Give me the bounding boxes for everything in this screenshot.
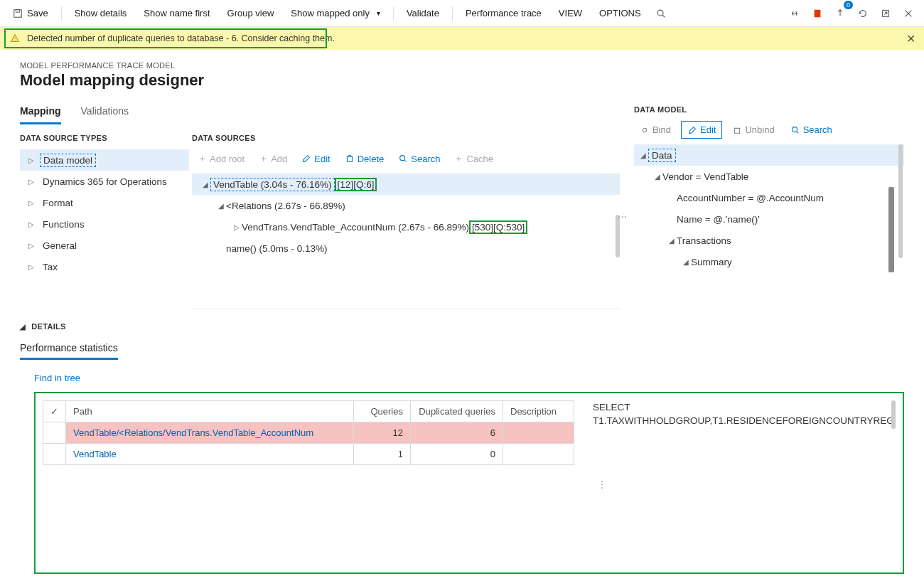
show-name-first-label: Show name first <box>144 8 210 18</box>
caret-icon: ▷ <box>28 263 40 271</box>
dm-row-accountnum[interactable]: AccountNumber = @.AccountNum <box>634 187 904 208</box>
ds-type-label: Format <box>40 196 76 210</box>
search-icon <box>398 154 408 164</box>
scrollbar[interactable] <box>898 144 903 258</box>
svg-rect-15 <box>735 128 740 133</box>
options-label: OPTIONS <box>599 8 641 18</box>
find-in-tree-link[interactable]: Find in tree <box>34 373 80 383</box>
tree-row-vendtrans[interactable]: ▷ VendTrans.VendTable_AccountNum (2.67s … <box>192 216 620 238</box>
tab-performance-statistics[interactable]: Performance statistics <box>20 339 118 360</box>
col-desc[interactable]: Description <box>503 401 574 422</box>
page-title: Model mapping designer <box>20 71 904 90</box>
unbind-button[interactable]: Unbind <box>726 122 780 138</box>
caret-down-icon: ◢ <box>20 323 26 331</box>
search-button[interactable] <box>651 4 671 23</box>
ds-type-general[interactable]: ▷General <box>20 235 189 256</box>
cell-path[interactable]: VendTable/<Relations/VendTrans.VendTable… <box>66 422 354 444</box>
tree-row-relations[interactable]: ◢ <Relations (2.67s - 66.89%) <box>192 195 620 216</box>
data-sources-label: DATA SOURCES <box>192 134 620 142</box>
ds-type-tax[interactable]: ▷Tax <box>20 256 189 277</box>
dm-row-data[interactable]: ◢Data <box>634 144 904 166</box>
notifications-button[interactable]: 0 <box>830 4 850 23</box>
tree-text: VendTrans.VendTable_AccountNum (2.67s - … <box>242 222 469 233</box>
caret-down-icon: ◢ <box>652 173 662 181</box>
link-button[interactable] <box>785 4 805 23</box>
ds-type-data-model[interactable]: ▷Data model <box>20 149 189 171</box>
col-dup[interactable]: Duplicated queries <box>411 401 503 422</box>
tree-row-name[interactable]: name() (5.0ms - 0.13%) <box>192 238 620 259</box>
table-row[interactable]: VendTable/<Relations/VendTrans.VendTable… <box>43 422 574 444</box>
save-button[interactable]: Save <box>6 5 55 21</box>
ds-type-functions[interactable]: ▷Functions <box>20 213 189 235</box>
query-count-highlight: [12][Q:6] <box>335 178 377 191</box>
delete-button[interactable]: Delete <box>339 149 390 168</box>
dm-row-summary[interactable]: ◢Summary <box>634 251 904 272</box>
plus-icon: ＋ <box>198 152 207 165</box>
show-name-first-button[interactable]: Show name first <box>136 5 217 21</box>
refresh-button[interactable] <box>853 4 873 23</box>
warning-close-button[interactable]: ✕ <box>906 32 915 46</box>
dm-text: Data <box>648 149 676 162</box>
office-icon <box>812 9 822 18</box>
table-row[interactable]: VendTable 1 0 <box>43 444 574 465</box>
pencil-icon <box>301 154 311 164</box>
tab-validations[interactable]: Validations <box>81 102 129 124</box>
delete-label: Delete <box>358 154 385 164</box>
svg-point-13 <box>400 156 405 161</box>
show-mapped-only-button[interactable]: Show mapped only▾ <box>284 5 387 21</box>
query-count-highlight: [530][Q:530] <box>469 220 527 234</box>
dm-row-transactions[interactable]: ◢Transactions <box>634 230 904 251</box>
caret-down-icon: ◢ <box>667 237 677 245</box>
svg-point-2 <box>657 10 663 16</box>
data-model-toolbar: Bind Edit Unbind Search <box>634 121 904 139</box>
cell-desc <box>503 444 574 465</box>
cell-path[interactable]: VendTable <box>66 444 354 465</box>
link-icon <box>640 125 650 135</box>
bind-button[interactable]: Bind <box>634 122 677 138</box>
show-details-button[interactable]: Show details <box>68 5 134 21</box>
search-button-mid[interactable]: Search <box>392 149 446 168</box>
close-button[interactable] <box>898 4 918 23</box>
ds-type-format[interactable]: ▷Format <box>20 192 189 213</box>
caret-icon: ▷ <box>28 199 40 207</box>
search-label: Search <box>803 124 832 135</box>
edit-button[interactable]: Edit <box>296 149 335 168</box>
data-sources-toolbar: ＋Add root ＋Add Edit Delete Search ＋Cache <box>192 149 620 168</box>
search-icon <box>656 9 666 18</box>
options-button[interactable]: OPTIONS <box>592 5 648 21</box>
ds-type-label: Data model <box>40 154 96 167</box>
separator <box>393 6 394 21</box>
dm-row-vendor[interactable]: ◢Vendor = VendTable <box>634 166 904 187</box>
data-source-types-label: DATA SOURCE TYPES <box>20 134 189 142</box>
search-icon <box>790 125 800 135</box>
attach-icon <box>835 9 845 18</box>
dm-row-name[interactable]: Name = @.'name()' <box>634 208 904 230</box>
details-header[interactable]: ◢ DETAILS <box>20 322 904 331</box>
tree-text: VendTable (3.04s - 76.16%) <box>213 179 332 190</box>
caret-right-icon: ▷ <box>232 223 242 231</box>
view-button[interactable]: VIEW <box>552 5 589 21</box>
pencil-icon <box>687 125 697 135</box>
col-path[interactable]: Path <box>66 401 354 422</box>
plus-icon: ＋ <box>454 152 463 165</box>
office-button[interactable] <box>807 4 827 23</box>
ds-type-d365[interactable]: ▷Dynamics 365 for Operations <box>20 171 189 192</box>
edit-dm-button[interactable]: Edit <box>681 121 722 139</box>
tree-text: name() (5.0ms - 0.13%) <box>226 243 328 254</box>
badge-count: 0 <box>844 1 853 9</box>
popout-button[interactable] <box>876 4 896 23</box>
ds-type-label: General <box>40 239 80 252</box>
validate-label: Validate <box>407 8 439 18</box>
performance-trace-button[interactable]: Performance trace <box>458 5 549 21</box>
search-dm-button[interactable]: Search <box>785 122 838 138</box>
col-check[interactable]: ✓ <box>43 401 66 422</box>
show-details-label: Show details <box>75 8 127 18</box>
performance-grid: ✓ Path Queries Duplicated queries Descri… <box>43 400 574 565</box>
validate-button[interactable]: Validate <box>399 5 446 21</box>
col-queries[interactable]: Queries <box>354 401 411 422</box>
add-button: ＋Add <box>253 149 293 168</box>
tree-row-vendtable[interactable]: ◢ VendTable (3.04s - 76.16%)[12][Q:6] <box>192 174 620 195</box>
table-header-row: ✓ Path Queries Duplicated queries Descri… <box>43 401 574 422</box>
group-view-button[interactable]: Group view <box>220 5 281 21</box>
tab-mapping[interactable]: Mapping <box>20 102 61 124</box>
